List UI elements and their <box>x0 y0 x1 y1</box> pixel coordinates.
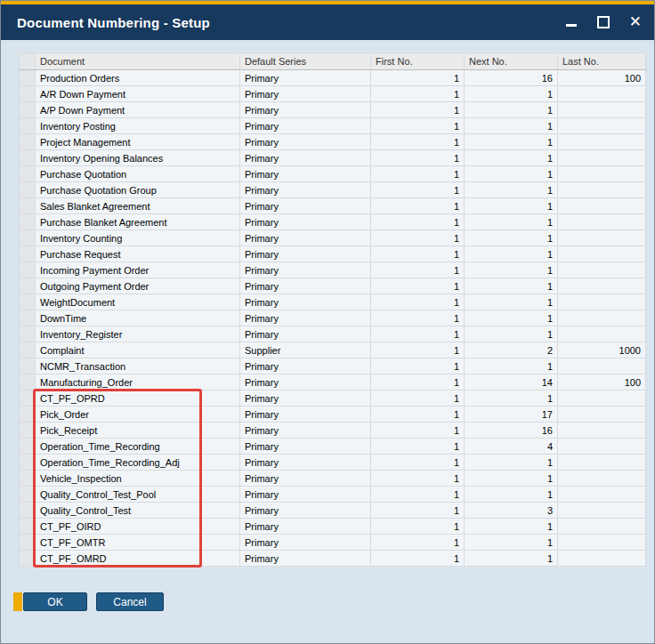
cell-next-no[interactable]: 17 <box>465 407 558 423</box>
cell-default-series[interactable]: Primary <box>240 150 371 166</box>
cell-last-no[interactable] <box>558 326 646 342</box>
cell-next-no[interactable]: 1 <box>465 278 558 294</box>
cell-default-series[interactable]: Primary <box>240 166 371 182</box>
row-selector[interactable] <box>20 390 36 407</box>
row-selector[interactable] <box>20 262 36 278</box>
cell-next-no[interactable]: 1 <box>465 455 558 471</box>
cell-last-no[interactable]: 1000 <box>558 342 646 358</box>
cell-last-no[interactable] <box>558 487 646 503</box>
cell-first-no[interactable]: 1 <box>371 503 465 519</box>
row-selector[interactable] <box>20 535 36 551</box>
cell-last-no[interactable] <box>558 358 646 374</box>
cell-first-no[interactable]: 1 <box>371 246 465 262</box>
cell-last-no[interactable]: 100 <box>558 374 646 390</box>
cell-default-series[interactable]: Primary <box>240 294 371 310</box>
cell-first-no[interactable]: 1 <box>371 487 465 503</box>
cell-default-series[interactable]: Primary <box>240 535 371 551</box>
row-selector[interactable] <box>20 198 36 214</box>
cell-next-no[interactable]: 1 <box>465 310 558 326</box>
cell-last-no[interactable] <box>558 182 646 198</box>
row-selector[interactable] <box>20 118 36 134</box>
cell-last-no[interactable] <box>558 166 646 182</box>
cell-default-series[interactable]: Primary <box>240 310 371 326</box>
cell-next-no[interactable]: 1 <box>465 390 558 407</box>
row-selector[interactable] <box>20 134 36 150</box>
cell-first-no[interactable]: 1 <box>371 455 465 471</box>
cell-default-series[interactable]: Primary <box>240 503 371 519</box>
cell-next-no[interactable]: 2 <box>465 342 558 358</box>
cell-default-series[interactable]: Primary <box>240 519 371 535</box>
cell-first-no[interactable]: 1 <box>371 423 465 439</box>
cell-default-series[interactable]: Primary <box>240 471 371 487</box>
row-selector[interactable] <box>20 358 36 374</box>
cell-last-no[interactable] <box>558 519 646 535</box>
cell-default-series[interactable]: Supplier <box>240 342 371 358</box>
cell-next-no[interactable]: 16 <box>465 70 558 86</box>
row-selector[interactable] <box>20 246 36 262</box>
row-selector[interactable] <box>20 326 36 342</box>
row-selector[interactable] <box>20 503 36 519</box>
cell-last-no[interactable]: 100 <box>558 70 646 86</box>
cell-next-no[interactable]: 1 <box>465 326 558 342</box>
row-selector[interactable] <box>20 294 36 310</box>
cell-next-no[interactable]: 14 <box>465 374 558 390</box>
cell-last-no[interactable] <box>558 86 646 102</box>
cell-first-no[interactable]: 1 <box>371 166 465 182</box>
cell-next-no[interactable]: 1 <box>465 535 558 551</box>
cell-first-no[interactable]: 1 <box>371 471 465 487</box>
row-selector[interactable] <box>20 150 36 166</box>
row-selector[interactable] <box>20 214 36 230</box>
cell-default-series[interactable]: Primary <box>240 358 371 374</box>
row-selector[interactable] <box>20 182 36 198</box>
cell-next-no[interactable]: 1 <box>465 214 558 230</box>
cell-next-no[interactable]: 1 <box>465 134 558 150</box>
row-selector[interactable] <box>20 407 36 423</box>
cell-default-series[interactable]: Primary <box>240 455 371 471</box>
cell-next-no[interactable]: 1 <box>465 246 558 262</box>
row-selector[interactable] <box>20 342 36 358</box>
cell-next-no[interactable]: 3 <box>465 503 558 519</box>
row-selector[interactable] <box>20 519 36 535</box>
cell-last-no[interactable] <box>558 407 646 423</box>
cell-next-no[interactable]: 16 <box>465 423 558 439</box>
cell-default-series[interactable]: Primary <box>240 118 371 134</box>
cell-first-no[interactable]: 1 <box>371 342 465 358</box>
close-icon[interactable]: ✕ <box>629 16 642 28</box>
row-selector[interactable] <box>20 471 36 487</box>
cell-first-no[interactable]: 1 <box>371 326 465 342</box>
cell-default-series[interactable]: Primary <box>240 262 371 278</box>
cell-last-no[interactable] <box>558 310 646 326</box>
cell-default-series[interactable]: Primary <box>240 390 371 407</box>
cell-next-no[interactable]: 1 <box>465 471 558 487</box>
cell-default-series[interactable]: Primary <box>240 86 371 102</box>
cell-first-no[interactable]: 1 <box>371 70 465 86</box>
maximize-icon[interactable] <box>597 16 610 28</box>
row-selector[interactable] <box>20 423 36 439</box>
cell-first-no[interactable]: 1 <box>371 262 465 278</box>
cell-last-no[interactable] <box>558 102 646 118</box>
cell-first-no[interactable]: 1 <box>371 551 465 567</box>
cell-next-no[interactable]: 1 <box>465 358 558 374</box>
cell-next-no[interactable]: 1 <box>465 198 558 214</box>
cell-last-no[interactable] <box>558 278 646 294</box>
row-selector[interactable] <box>20 230 36 246</box>
cell-default-series[interactable]: Primary <box>240 423 371 439</box>
cell-default-series[interactable]: Primary <box>240 326 371 342</box>
row-selector[interactable] <box>20 102 36 118</box>
titlebar[interactable]: Document Numbering - Setup ✕ <box>1 4 654 40</box>
cell-first-no[interactable]: 1 <box>371 150 465 166</box>
cell-last-no[interactable] <box>558 455 646 471</box>
cell-default-series[interactable]: Primary <box>240 230 371 246</box>
cell-first-no[interactable]: 1 <box>371 214 465 230</box>
cell-default-series[interactable]: Primary <box>240 246 371 262</box>
row-selector[interactable] <box>20 551 36 567</box>
cell-first-no[interactable]: 1 <box>371 86 465 102</box>
row-selector[interactable] <box>20 278 36 294</box>
cell-first-no[interactable]: 1 <box>371 439 465 455</box>
cell-next-no[interactable]: 1 <box>465 230 558 246</box>
cell-last-no[interactable] <box>558 423 646 439</box>
row-selector[interactable] <box>20 455 36 471</box>
cell-last-no[interactable] <box>558 503 646 519</box>
row-selector[interactable] <box>20 166 36 182</box>
cell-last-no[interactable] <box>558 134 646 150</box>
